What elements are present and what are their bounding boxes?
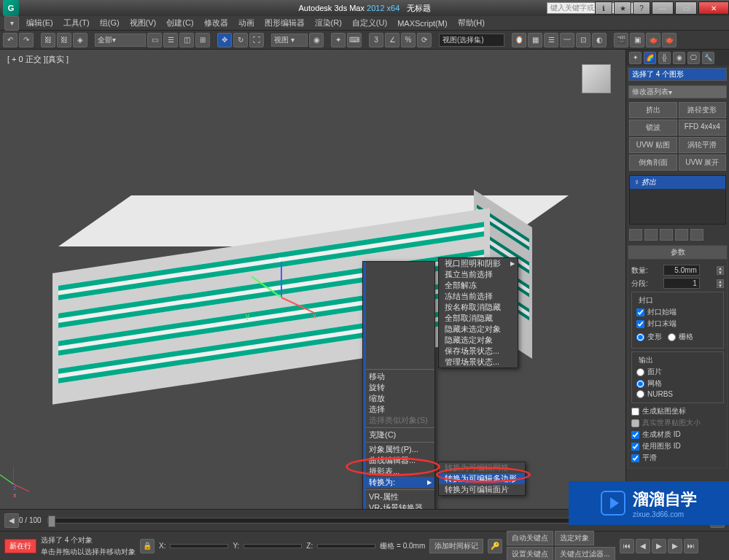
ctx-properties[interactable]: 对象属性(P)...: [363, 444, 434, 455]
render-setup-button[interactable]: 🎬: [614, 33, 628, 47]
spinner-snap-button[interactable]: ⟳: [417, 33, 432, 47]
smooth-check[interactable]: [631, 454, 639, 462]
modifier-stack[interactable]: ♀ 挤出: [629, 175, 726, 225]
close-button[interactable]: ✕: [698, 1, 729, 15]
ctx-dope-sheet[interactable]: 摄影表...: [363, 466, 434, 477]
mod-uvw-unwrap[interactable]: UVW 展开: [679, 155, 727, 171]
ctx-scale[interactable]: 缩放: [363, 393, 434, 404]
select-by-name-button[interactable]: ☰: [163, 33, 178, 47]
percent-snap-button[interactable]: %: [401, 33, 416, 47]
ctx-unfreeze-all[interactable]: 全部解冻: [439, 280, 518, 291]
menu-maxscript[interactable]: MAXScript(M): [394, 18, 450, 29]
menu-view[interactable]: 视图(V): [127, 16, 160, 30]
x-coord-input[interactable]: [170, 544, 228, 548]
pivot-button[interactable]: ◉: [309, 33, 324, 47]
add-time-tag[interactable]: 添加时间标记: [429, 539, 483, 553]
ctx-rotate[interactable]: 旋转: [363, 382, 434, 393]
ctx-move[interactable]: 移动: [363, 371, 434, 382]
ctx-isolate[interactable]: 孤立当前选择: [439, 269, 518, 280]
amount-input[interactable]: 5.0mm: [663, 265, 700, 276]
mirror-button[interactable]: 🪞: [512, 33, 526, 47]
next-frame-icon[interactable]: ▶: [668, 539, 682, 553]
sel-filter[interactable]: 选定对象: [555, 531, 594, 545]
modify-tab-icon[interactable]: 🌈: [644, 52, 656, 64]
menu-edit[interactable]: 编辑(E): [23, 16, 56, 30]
auto-key-button[interactable]: 自动关键点: [507, 531, 553, 545]
ref-coord-dropdown[interactable]: 视图 ▾: [271, 34, 308, 47]
pin-stack-button[interactable]: [629, 229, 642, 241]
mod-ffd[interactable]: FFD 4x4x4: [679, 120, 727, 136]
bind-button[interactable]: ◈: [73, 33, 87, 47]
viewport-label[interactable]: [ + 0 正交 ][真实 ]: [7, 54, 69, 65]
ctx-select[interactable]: 选择: [363, 404, 434, 415]
sub-editable-mesh[interactable]: 转换为可编辑网格: [439, 462, 525, 473]
ctx-manage-scene-state[interactable]: 管理场景状态...: [439, 357, 518, 368]
ctx-save-scene-state[interactable]: 保存场景状态...: [439, 346, 518, 357]
set-key-button[interactable]: 设置关键点: [507, 547, 553, 561]
sub-editable-poly[interactable]: 转换为可编辑多边形: [439, 473, 525, 484]
material-button[interactable]: ◐: [592, 33, 607, 47]
ctx-unhide-by-name[interactable]: 按名称取消隐藏: [439, 302, 518, 313]
rollout-title[interactable]: 参数: [628, 245, 728, 260]
mod-bevel[interactable]: 倒角剖面: [629, 155, 677, 171]
menu-animation[interactable]: 动画: [235, 16, 257, 30]
gen-mat-check[interactable]: [631, 431, 639, 439]
viewport[interactable]: [ + 0 正交 ][真实 ] z y x z x 视口照明和阴影 孤立当前选择…: [0, 50, 625, 509]
minimize-button[interactable]: —: [652, 1, 674, 15]
maxscript-listener[interactable]: 新在行: [4, 539, 36, 553]
cap-morph-radio[interactable]: [636, 333, 644, 341]
render-frame-button[interactable]: ▣: [630, 33, 644, 47]
z-coord-input[interactable]: [317, 544, 375, 548]
scale-button[interactable]: ⛶: [249, 33, 264, 47]
help-button[interactable]: ?: [633, 1, 650, 15]
gen-map-check[interactable]: [631, 408, 639, 416]
ctx-curve-editor[interactable]: 曲线编辑器...: [363, 455, 434, 466]
unique-button[interactable]: [660, 229, 673, 241]
goto-end-icon[interactable]: ⏭: [684, 539, 698, 553]
motion-tab-icon[interactable]: ◉: [673, 52, 685, 64]
menu-custom[interactable]: 自定义(U): [349, 16, 390, 30]
move-button[interactable]: ✥: [217, 33, 232, 47]
amount-down[interactable]: ▼: [717, 271, 724, 275]
undo-button[interactable]: ↶: [3, 33, 17, 47]
out-nurbs-radio[interactable]: [636, 390, 644, 398]
render-button[interactable]: 🫖: [646, 33, 660, 47]
menu-tools[interactable]: 工具(T): [61, 16, 93, 30]
object-name-field[interactable]: 选择了 4 个图形: [628, 68, 727, 81]
mod-extrude[interactable]: 挤出: [629, 102, 677, 118]
y-coord-input[interactable]: [243, 544, 302, 548]
modifier-list-dropdown[interactable]: 修改器列表 ▾: [628, 85, 727, 98]
ctx-viewport-lighting[interactable]: 视口照明和阴影: [439, 258, 518, 269]
align-button[interactable]: ▦: [528, 33, 542, 47]
angle-snap-button[interactable]: ∠: [385, 33, 399, 47]
unlink-button[interactable]: ⛓: [57, 33, 71, 47]
app-menu-button[interactable]: ▾: [4, 16, 19, 31]
ctx-freeze-sel[interactable]: 冻结当前选择: [439, 291, 518, 302]
menu-modifiers[interactable]: 修改器: [201, 16, 231, 30]
menu-graph[interactable]: 图形编辑器: [262, 16, 308, 30]
help-star-button[interactable]: ★: [614, 1, 631, 15]
selection-filter[interactable]: 全部 ▾: [95, 34, 146, 47]
named-selection-input[interactable]: 视图(选择集): [439, 34, 504, 47]
ctx-hide-sel[interactable]: 隐藏选定对象: [439, 335, 518, 346]
mod-wave[interactable]: 锁波: [629, 120, 677, 136]
key-mode-icon[interactable]: 🔑: [488, 539, 502, 553]
key-filters[interactable]: 关键点过滤器...: [555, 547, 615, 561]
ctx-hide-unsel[interactable]: 隐藏未选定对象: [439, 324, 518, 335]
render-last-button[interactable]: 🫖: [662, 33, 677, 47]
ctx-clone[interactable]: 克隆(C): [363, 429, 434, 440]
lock-selection-icon[interactable]: 🔒: [140, 539, 155, 553]
play-icon[interactable]: ▶: [652, 539, 666, 553]
hierarchy-tab-icon[interactable]: ╬: [658, 52, 671, 64]
display-tab-icon[interactable]: 🖵: [687, 52, 700, 64]
use-id-check[interactable]: [631, 443, 639, 451]
sub-editable-patch[interactable]: 转换为可编辑面片: [439, 484, 525, 495]
show-result-button[interactable]: [644, 229, 658, 241]
layers-button[interactable]: ☰: [544, 33, 558, 47]
out-mesh-radio[interactable]: [636, 380, 644, 388]
ctx-unhide-all[interactable]: 全部取消隐藏: [439, 313, 518, 324]
create-tab-icon[interactable]: ✦: [629, 52, 642, 64]
menu-create[interactable]: 创建(C): [163, 16, 196, 30]
schematic-button[interactable]: ⊡: [576, 33, 590, 47]
menu-render[interactable]: 渲染(R): [312, 16, 345, 30]
